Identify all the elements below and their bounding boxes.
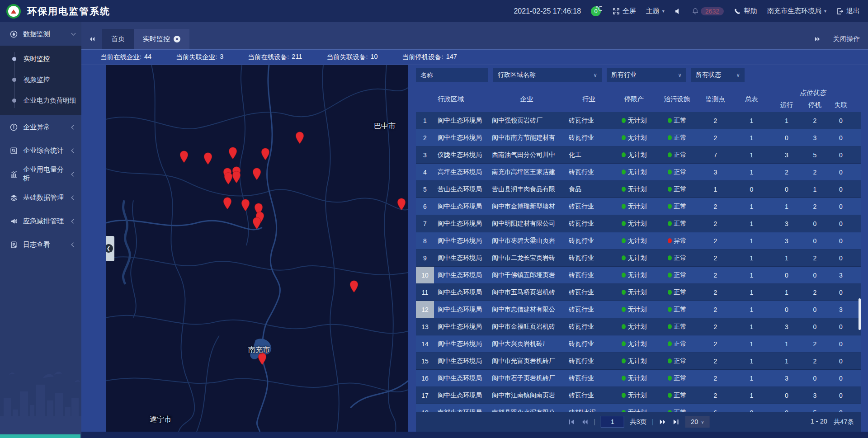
name-search-input[interactable] bbox=[416, 68, 488, 82]
map-pin-icon[interactable] bbox=[349, 280, 359, 293]
tab-home[interactable]: 首页 bbox=[102, 29, 134, 49]
cell-index: 5 bbox=[416, 181, 434, 198]
cell-stop-count: 5 bbox=[802, 146, 827, 163]
table-row[interactable]: 11阆中生态环境局阆中市五马桥页岩机砖砖瓦行业无计划正常21120 bbox=[416, 284, 861, 301]
tab-bar: 首页 实时监控 × 关闭操作 bbox=[81, 22, 868, 49]
table-row[interactable]: 10阆中生态环境局阆中千佛镇五郎垭页岩砖瓦行业无计划正常21003 bbox=[416, 267, 861, 284]
sidebar-item-5[interactable]: 应急减排管理 bbox=[0, 209, 81, 233]
table-row[interactable]: 17阆中生态环境局阆中市江南镇阆南页岩砖瓦行业无计划正常21030 bbox=[416, 387, 861, 404]
stat-item-2: 当前在线设备:211 bbox=[248, 53, 302, 61]
logout-button[interactable]: 退出 bbox=[836, 7, 860, 15]
cell-industry: 化工 bbox=[565, 146, 613, 163]
cell-lost-count: 0 bbox=[827, 129, 854, 146]
next-page-button[interactable] bbox=[659, 418, 667, 426]
tab-close-icon[interactable]: × bbox=[174, 36, 180, 42]
sidebar-item-6[interactable]: 日志查看 bbox=[0, 233, 81, 256]
table-row[interactable]: 12阆中生态环境局阆中市忠信建材有限公砖瓦行业无计划正常21003 bbox=[416, 301, 861, 318]
cell-pollution-facility: 异常 bbox=[656, 232, 698, 249]
chevron-down-icon: ∨ bbox=[678, 72, 682, 78]
table-row[interactable]: 5营山生态环境局营山县润丰肉食品有限食品无计划正常10010 bbox=[416, 181, 861, 198]
map-pin-icon[interactable] bbox=[252, 217, 261, 230]
map-pin-icon[interactable] bbox=[203, 152, 212, 165]
theme-dropdown[interactable]: 主题▾ bbox=[646, 7, 665, 15]
range-label: 1 - 20 bbox=[811, 418, 827, 426]
status-select[interactable]: 所有状态∨ bbox=[691, 68, 745, 82]
table-scrollbar[interactable] bbox=[859, 298, 861, 330]
cell-industry: 砖瓦行业 bbox=[565, 267, 613, 283]
table-row[interactable]: 18南部生态环境局南部县双化水泥有限公建材|水泥无计划正常60050 bbox=[416, 404, 861, 412]
map-collapse-button[interactable]: ❮ bbox=[106, 236, 114, 261]
cell-index: 16 bbox=[416, 370, 434, 386]
table-row[interactable]: 13阆中生态环境局阆中市金福旺页岩机砖砖瓦行业无计划正常21300 bbox=[416, 318, 861, 335]
map-pin-icon[interactable] bbox=[261, 148, 270, 160]
status-dot-icon bbox=[668, 135, 672, 140]
table-row[interactable]: 1阆中生态环境局阆中强锐页岩砖厂砖瓦行业无计划正常21120 bbox=[416, 112, 861, 129]
chevron-down-icon: ∨ bbox=[701, 419, 704, 424]
map-pin-icon[interactable] bbox=[295, 132, 304, 144]
sidebar-subitem-1[interactable]: 视频监控 bbox=[0, 69, 81, 90]
page-number-input[interactable] bbox=[601, 416, 624, 428]
cell-industry: 食品 bbox=[565, 181, 613, 198]
chevron-down-icon bbox=[71, 31, 76, 36]
table-row[interactable]: 15阆中生态环境局阆中市光富页岩机砖厂砖瓦行业无计划正常21120 bbox=[416, 353, 861, 370]
table-row[interactable]: 9阆中生态环境局阆中市二龙长宝页岩砖砖瓦行业无计划正常21120 bbox=[416, 250, 861, 267]
logout-icon bbox=[836, 8, 844, 15]
sidebar-item-4[interactable]: 基础数据管理 bbox=[0, 186, 81, 209]
cell-production-limit: 无计划 bbox=[613, 318, 656, 335]
tabs-scroll-left-button[interactable] bbox=[81, 29, 102, 49]
close-operations-button[interactable]: 关闭操作 bbox=[833, 35, 860, 43]
sidebar-item-1[interactable]: 企业异常 bbox=[0, 115, 81, 139]
sidebar: 数据监测实时监控视频监控企业电力负荷明细企业异常企业综合统计企业用电量分析基础数… bbox=[0, 22, 81, 438]
notification-widget[interactable]: 2632 bbox=[692, 7, 724, 15]
cell-industry: 砖瓦行业 bbox=[565, 387, 613, 404]
last-page-button[interactable] bbox=[672, 418, 680, 426]
first-page-button[interactable] bbox=[567, 418, 575, 426]
table-row[interactable]: 8阆中生态环境局阆中市枣碧大梁山页岩砖瓦行业无计划异常21300 bbox=[416, 232, 861, 250]
sidebar-item-0[interactable]: 数据监测 bbox=[0, 22, 81, 46]
table-row[interactable]: 2阆中生态环境局阆中市南方节能建材有砖瓦行业无计划正常21030 bbox=[416, 129, 861, 146]
cell-enterprise: 阆中市金福旺页岩机砖 bbox=[488, 318, 565, 335]
map-pin-icon[interactable] bbox=[224, 172, 233, 185]
industry-select[interactable]: 所有行业∨ bbox=[607, 68, 686, 82]
fullscreen-button[interactable]: 全屏 bbox=[613, 7, 636, 15]
map-pin-icon[interactable] bbox=[232, 171, 241, 184]
sidebar-item-3[interactable]: 企业用电量分析 bbox=[0, 162, 81, 186]
help-button[interactable]: 帮助 bbox=[734, 7, 757, 15]
tab-realtime-monitor[interactable]: 实时监控 × bbox=[134, 29, 189, 49]
speaker-icon bbox=[675, 8, 682, 15]
map-pin-icon[interactable] bbox=[223, 197, 232, 210]
region-select[interactable]: 行政区域名称∨ bbox=[493, 68, 602, 82]
cell-monitor-count: 2 bbox=[698, 232, 732, 249]
sound-toggle-button[interactable] bbox=[675, 8, 682, 15]
sidebar-subitem-0[interactable]: 实时监控 bbox=[0, 48, 81, 69]
map-panel[interactable]: 巴中市南充市遂宁市 ❮ bbox=[106, 65, 408, 432]
sidebar-item-2[interactable]: 企业综合统计 bbox=[0, 139, 81, 162]
cell-meter-count: 1 bbox=[732, 146, 771, 163]
map-pin-icon[interactable] bbox=[228, 147, 237, 160]
status-dot-icon bbox=[668, 170, 672, 174]
table-row[interactable]: 14阆中生态环境局阆中大兴页岩机砖厂砖瓦行业无计划正常21120 bbox=[416, 335, 861, 353]
cell-lost-count: 0 bbox=[827, 181, 854, 198]
table-row[interactable]: 7阆中生态环境局阆中明阳建材有限公司砖瓦行业无计划正常21300 bbox=[416, 215, 861, 232]
cell-stop-count: 0 bbox=[802, 232, 827, 249]
map-pin-icon[interactable] bbox=[179, 151, 189, 163]
status-dot-icon bbox=[622, 307, 626, 312]
table-row[interactable]: 6阆中生态环境局阆中市金博瑞新型墙材砖瓦行业无计划正常21120 bbox=[416, 198, 861, 215]
cell-stop-count: 3 bbox=[802, 387, 827, 404]
map-pin-icon[interactable] bbox=[397, 198, 406, 211]
table-row[interactable]: 16阆中生态环境局阆中市石子页岩机砖厂砖瓦行业无计划正常21300 bbox=[416, 370, 861, 387]
page-size-select[interactable]: 20∨ bbox=[685, 416, 710, 428]
tabs-scroll-right-button[interactable] bbox=[814, 29, 821, 49]
table-row[interactable]: 4高坪生态环境局南充市高坪区王家店建砖瓦行业无计划正常31220 bbox=[416, 164, 861, 181]
cell-monitor-count: 2 bbox=[698, 387, 732, 404]
cell-run-count: 1 bbox=[771, 353, 802, 369]
status-dot-icon bbox=[622, 221, 626, 226]
table-row[interactable]: 3仪陇生态环境局西南油气田分公司川中化工无计划正常71350 bbox=[416, 146, 861, 164]
prev-page-button[interactable] bbox=[580, 418, 588, 426]
sidebar-subitem-2[interactable]: 企业电力负荷明细 bbox=[0, 90, 81, 111]
map-pin-icon[interactable] bbox=[241, 199, 250, 212]
map-pin-icon[interactable] bbox=[252, 168, 261, 180]
cell-run-count: 0 bbox=[771, 129, 802, 146]
cell-meter-count: 1 bbox=[732, 353, 771, 369]
org-dropdown[interactable]: 南充市生态环境局▾ bbox=[767, 7, 826, 15]
